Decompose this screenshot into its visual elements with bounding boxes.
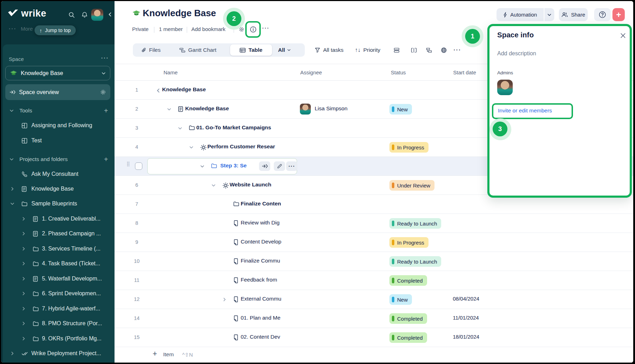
jump-to-top-button[interactable]: ↑ Jump to top [35, 25, 76, 35]
row-density-icon[interactable] [394, 43, 400, 57]
add-bookmark-link[interactable]: Add bookmark [191, 26, 226, 32]
task-name[interactable]: 01. Go-To Market Campaigns [196, 124, 271, 131]
share-button[interactable]: Share [559, 8, 588, 21]
notifications-bell-icon[interactable] [81, 12, 88, 18]
task-name[interactable]: 02. Content Dev [241, 334, 280, 340]
chevron-down-icon[interactable] [211, 183, 216, 187]
add-description-field[interactable]: Add description [497, 50, 536, 57]
task-name[interactable]: Knowledge Base [162, 86, 206, 93]
status-badge[interactable]: New [389, 294, 412, 305]
status-badge[interactable]: New [389, 104, 412, 115]
task-name[interactable]: Website Launch [230, 181, 272, 188]
task-name[interactable]: Review with Dig [241, 220, 279, 226]
column-status[interactable]: Status [391, 69, 406, 75]
space-selector[interactable]: Knowledge Base [5, 66, 110, 80]
task-name[interactable]: Feedback from [241, 277, 277, 283]
task-name[interactable]: External Commu [241, 296, 281, 302]
table-row[interactable]: 1401. Plan and MeCompleted11/01/2024 [115, 309, 633, 328]
column-assignee[interactable]: Assignee [300, 69, 322, 75]
table-row[interactable]: 8Review with DigReady to Launch [115, 214, 633, 233]
status-badge[interactable]: In Progress [389, 142, 429, 153]
sidebar-item-space-overview[interactable]: Space overview [5, 84, 110, 100]
privacy-label[interactable]: Private [132, 26, 149, 32]
assignee-avatar[interactable] [300, 104, 311, 115]
admin-avatar[interactable] [497, 80, 513, 95]
chevron-down-icon[interactable] [178, 126, 182, 130]
table-row[interactable]: 10Finalize CommuReady to Launch [115, 252, 633, 271]
gear-icon[interactable] [100, 89, 106, 95]
column-name[interactable]: Name [164, 69, 178, 75]
sidebar-item[interactable]: 9. OKRs (Portfolio Mg... [1, 333, 115, 344]
add-icon[interactable]: + [104, 155, 108, 164]
status-badge[interactable]: Under Review [389, 180, 434, 191]
add-icon[interactable]: + [104, 107, 108, 115]
status-badge[interactable]: Ready to Launch [389, 218, 441, 229]
search-icon[interactable] [68, 12, 75, 18]
table-row[interactable]: 9Content DevelopIn Progress [115, 233, 633, 252]
task-name[interactable]: Content Develop [241, 239, 281, 245]
table-row[interactable]: 11Feedback fromCompleted [115, 271, 633, 290]
sidebar-item[interactable]: Wrike Deployment Project... [1, 348, 115, 359]
sidebar-item[interactable]: 6. Sprint Developmen... [1, 288, 115, 299]
sort-control[interactable]: ↑↓ Priority [355, 43, 380, 57]
sidebar-item[interactable]: Assigning and Following [1, 120, 115, 131]
sidebar-item[interactable]: 3. Services Timeline (... [1, 243, 115, 254]
sidebar-item[interactable]: Sample Blueprints [1, 198, 115, 209]
task-name[interactable]: Perform Customer Resear [208, 143, 275, 150]
drag-handle-icon[interactable]: ⣿ [127, 162, 131, 170]
sidebar-item[interactable]: 8. PMO Structure (Por... [1, 318, 115, 329]
automation-button[interactable]: Automation [497, 8, 544, 21]
edit-icon[interactable] [274, 161, 285, 171]
status-badge[interactable]: Ready to Launch [389, 256, 441, 267]
column-start-date[interactable]: Start date [453, 69, 476, 75]
start-date[interactable]: 08/04/2024 [453, 296, 479, 302]
add-item-row[interactable]: + Item ^⇧N [115, 347, 633, 363]
task-name[interactable]: 01. Plan and Me [241, 315, 280, 321]
sidebar-item[interactable]: Knowledge Base [1, 184, 115, 194]
sidebar-section-projects-and-folders[interactable]: Projects and folders+ [1, 154, 115, 165]
invite-members-link[interactable]: Invite or edit members [498, 107, 552, 114]
sidebar-item[interactable]: 2. Phased Campaign ... [1, 228, 115, 239]
task-name[interactable]: Finalize Conten [241, 200, 281, 207]
wrike-logo[interactable]: wrike [7, 8, 47, 19]
assignee-name[interactable]: Lisa Simpson [315, 105, 347, 112]
space-options-icon[interactable]: ··· [101, 55, 109, 61]
table-row[interactable]: 1502. Content DevCompleted18/01/2024 [115, 328, 633, 347]
task-name-link[interactable]: Step 3: Se [220, 162, 247, 169]
filter-control[interactable]: All tasks [315, 43, 344, 57]
chevron-down-icon[interactable] [167, 107, 171, 111]
table-row[interactable]: 7Finalize Conten [115, 195, 633, 214]
subtasks-tree-icon[interactable] [426, 43, 432, 57]
user-avatar[interactable] [91, 9, 103, 21]
toolbar-more-icon[interactable]: ··· [454, 43, 461, 57]
collapse-sidebar-icon[interactable] [107, 12, 112, 17]
status-badge[interactable]: Completed [389, 275, 427, 286]
sidebar-item[interactable]: 4. Task Based (Ticket... [1, 258, 115, 269]
status-badge[interactable]: In Progress [389, 237, 429, 248]
members-count[interactable]: 1 member [159, 26, 183, 32]
row-checkbox[interactable] [135, 162, 142, 170]
sidebar-item[interactable]: 1. Creative Deliverabl... [1, 214, 115, 224]
columns-icon[interactable] [411, 43, 417, 57]
add-new-button[interactable]: + [612, 8, 625, 21]
sidebar-section-tools[interactable]: Tools+ [1, 105, 115, 116]
chevron-right-icon[interactable] [222, 297, 227, 302]
task-name[interactable]: Knowledge Base [185, 105, 229, 112]
header-more-icon[interactable]: ··· [262, 25, 270, 31]
table-row[interactable]: 12External CommuNew08/04/2024 [115, 290, 633, 309]
chevron-left-icon[interactable] [156, 88, 161, 93]
sidebar-item[interactable]: 7. Hybrid Agile-waterf... [1, 303, 115, 314]
task-name[interactable]: Finalize Commu [241, 258, 280, 264]
sidebar-item[interactable]: Test [1, 135, 115, 146]
gantt-chart-tab[interactable]: Gantt Chart [179, 43, 216, 57]
help-button[interactable] [594, 8, 611, 21]
globe-icon[interactable] [441, 43, 447, 57]
table-tab-selected[interactable]: Table [230, 44, 272, 56]
chevron-down-icon[interactable] [189, 145, 193, 149]
chevron-down-icon[interactable] [200, 164, 204, 168]
sidebar-item[interactable]: Ask My Consultant [1, 169, 115, 179]
sidebar-item[interactable]: 5. Waterfall Developm... [1, 273, 115, 284]
start-date[interactable]: 11/01/2024 [453, 315, 479, 321]
row-more-icon[interactable]: ··· [286, 161, 297, 171]
status-badge[interactable]: Completed [389, 313, 427, 324]
